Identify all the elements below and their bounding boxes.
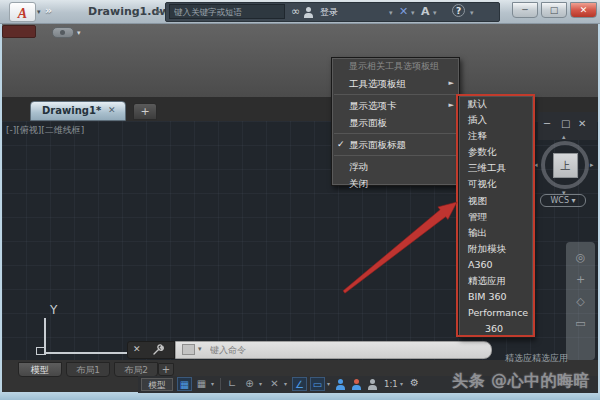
wcs-dropdown[interactable]: WCS ▾ <box>540 194 586 207</box>
ucs-y-label: Y <box>50 303 57 317</box>
menu-item-close[interactable]: 关闭 <box>332 175 459 192</box>
scale-caret-icon[interactable]: ▾ <box>400 380 403 387</box>
tab-option-featured-apps[interactable]: 精选应用 <box>459 273 533 289</box>
steering-wheel-icon[interactable]: ◎ <box>566 251 595 264</box>
layout-tab-layout1[interactable]: 布局1 <box>66 362 110 377</box>
osnap-caret-icon[interactable]: ▾ <box>284 380 287 387</box>
annotation-visibility-icon[interactable] <box>336 379 346 390</box>
minimize-button[interactable]: ─ <box>512 2 538 18</box>
polar-tracking-icon[interactable]: ⊕ <box>242 377 257 391</box>
menu-item-tool-palette-group[interactable]: 工具选项板组 ► <box>332 75 459 92</box>
search-input[interactable] <box>169 4 285 19</box>
close-button[interactable]: ✕ <box>570 2 597 18</box>
sign-in-button[interactable]: 登录 <box>320 6 338 19</box>
new-tab-button[interactable]: + <box>133 103 157 120</box>
signin-caret-icon[interactable]: ▾ <box>389 9 393 17</box>
tab-option-3d-tools[interactable]: 三维工具 <box>459 160 533 176</box>
viewcube-top-face[interactable]: 上 <box>553 153 578 178</box>
selection-caret-icon[interactable]: ▾ <box>327 380 330 387</box>
a360-caret-icon[interactable]: ▾ <box>433 9 437 17</box>
maximize-button[interactable]: □ <box>541 2 567 18</box>
exchange-caret-icon[interactable]: ▾ <box>411 9 415 17</box>
user-icon-head <box>306 7 311 12</box>
tab-option-default[interactable]: 默认 <box>459 96 533 112</box>
autoscale-icon[interactable] <box>352 379 362 390</box>
polar-caret-icon[interactable]: ▾ <box>259 380 262 387</box>
workspace-gear-icon[interactable]: ⚙ <box>410 377 419 388</box>
tab-option-annotate[interactable]: 注释 <box>459 128 533 144</box>
snap-grid-icon[interactable]: ▦ <box>177 377 192 391</box>
menu-item-label: 显示选项卡 <box>349 100 397 111</box>
file-tab-close-icon[interactable]: ✕ <box>108 105 116 115</box>
viewcube-left-arrow-icon[interactable]: ◂ <box>534 161 538 169</box>
command-caret-icon[interactable]: ▾ <box>198 345 202 353</box>
tab-option-bim-360[interactable]: BIM 360 <box>459 289 533 305</box>
tab-option-insert[interactable]: 插入 <box>459 112 533 128</box>
tab-option-manage[interactable]: 管理 <box>459 209 533 225</box>
menu-item-show-related-tool-palette-group[interactable]: 显示相关工具选项板组 <box>332 58 459 75</box>
tab-option-view[interactable]: 视图 <box>459 193 533 209</box>
object-snap-icon[interactable]: ✕ <box>267 377 282 391</box>
pan-icon[interactable]: + <box>566 273 595 286</box>
autocad-window: A ▾ » Drawing1.dwg ▸ ∞ 登录 ▾ ✕ ▾ A ▾ ? ▾ … <box>0 0 600 400</box>
annotation-scale-value[interactable]: 1:1 <box>384 379 398 389</box>
tab-option-visualize[interactable]: 可视化 <box>459 176 533 192</box>
model-space-toggle[interactable]: 模型 <box>141 378 173 391</box>
help-icon[interactable]: ? <box>452 4 465 17</box>
drawing-minimize-icon[interactable]: ─ <box>544 118 550 129</box>
menu-item-float[interactable]: 浮动 <box>332 158 459 175</box>
tab-option-add-ins[interactable]: 附加模块 <box>459 241 533 257</box>
drawing-close-icon[interactable]: ✕ <box>578 118 586 129</box>
orbit-icon[interactable]: ▭ <box>566 317 595 330</box>
menu-item-show-tabs[interactable]: 显示选项卡 ► <box>332 97 459 114</box>
command-input[interactable] <box>210 343 470 357</box>
menu-item-show-panel-titles[interactable]: ✓ 显示面板标题 <box>332 136 459 153</box>
layout-tab-layout2[interactable]: 布局2 <box>114 362 158 377</box>
command-close-icon[interactable]: ✕ <box>133 344 141 354</box>
user-icon-body <box>304 13 313 18</box>
checkmark-icon: ✓ <box>337 136 345 153</box>
layout-tab-model[interactable]: 模型 <box>18 362 62 377</box>
tab-option-performance[interactable]: Performance <box>459 305 533 321</box>
menu-item-label: 工具选项板组 <box>349 78 406 89</box>
menu-item-show-panels[interactable]: 显示面板 <box>332 114 459 131</box>
annotation-scale-person-icon[interactable] <box>368 379 378 390</box>
camera-caret-icon[interactable]: ▾ <box>77 29 81 37</box>
help-caret-icon[interactable]: ▾ <box>470 9 474 17</box>
title-expand-icon[interactable]: ▸ <box>157 7 161 16</box>
tab-option-output[interactable]: 输出 <box>459 225 533 241</box>
tab-option-a360[interactable]: A360 <box>459 257 533 273</box>
ortho-mode-icon[interactable]: ∟ <box>225 377 240 391</box>
viewcube-up-arrow-icon[interactable]: ▴ <box>562 133 566 141</box>
drawing-restore-icon[interactable]: □ <box>561 118 570 129</box>
viewcube-right-arrow-icon[interactable]: ▸ <box>590 161 594 169</box>
app-button-remnant <box>2 25 36 38</box>
app-menu-button[interactable]: A <box>9 2 36 22</box>
tab-option-parametric[interactable]: 参数化 <box>459 144 533 160</box>
command-recent-icon[interactable] <box>182 344 195 355</box>
menu-item-label: 显示面板标题 <box>349 139 406 150</box>
submenu-arrow-icon: ► <box>449 75 454 92</box>
viewport-controls-label[interactable]: [-][俯视][二维线框] <box>6 124 84 137</box>
new-layout-button[interactable]: + <box>158 363 174 376</box>
exchange-apps-icon[interactable]: ✕ <box>399 5 408 18</box>
tab-option-performance-wrap[interactable]: 360 <box>459 321 533 337</box>
person-body <box>336 385 345 390</box>
user-icon[interactable] <box>306 7 313 18</box>
grid-caret-icon[interactable]: ▾ <box>211 380 214 387</box>
customize-wrench-icon[interactable] <box>152 344 164 356</box>
grid-display-icon[interactable]: ▦ <box>194 377 209 391</box>
selection-cycling-icon[interactable]: ▭ <box>310 377 325 391</box>
window-border-bottom <box>0 392 600 400</box>
document-title: Drawing1.dwg <box>88 5 177 18</box>
app-menu-caret-icon[interactable]: ▾ <box>37 8 41 16</box>
menu-item-label: 显示面板 <box>349 117 387 128</box>
autodesk-a360-icon[interactable]: A <box>421 5 430 18</box>
quick-access-overflow-button[interactable]: » <box>45 4 52 17</box>
person-head <box>338 379 343 384</box>
zoom-extents-icon[interactable]: ◇ <box>566 295 595 308</box>
search-binoculars-icon[interactable]: ∞ <box>291 8 303 16</box>
navigation-bar[interactable]: ◎ + ◇ ▭ <box>566 242 595 360</box>
ribbon-area-empty[interactable] <box>2 24 598 97</box>
isometric-drafting-icon[interactable]: ∠ <box>292 377 307 391</box>
